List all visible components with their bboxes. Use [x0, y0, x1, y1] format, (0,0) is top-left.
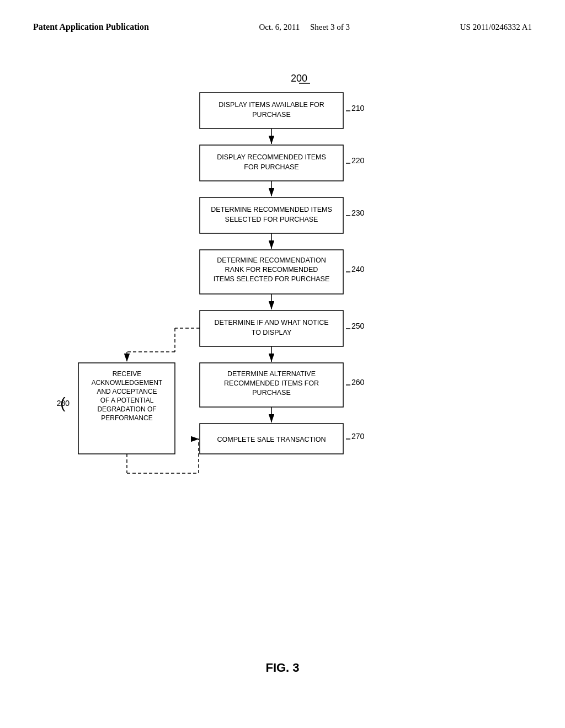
flowchart-diagram: 200 DISPLAY ITEMS AVAILABLE FOR PURCHASE… [33, 65, 532, 644]
svg-text:FOR PURCHASE: FOR PURCHASE [244, 163, 299, 171]
header-patent-number: US 2011/0246332 A1 [460, 23, 532, 32]
page-header: Patent Application Publication Oct. 6, 2… [33, 22, 532, 32]
svg-text:ITEMS SELECTED FOR PURCHASE: ITEMS SELECTED FOR PURCHASE [214, 275, 329, 283]
svg-text:DETERMINE RECOMMENDED ITEMS: DETERMINE RECOMMENDED ITEMS [211, 206, 332, 213]
svg-text:OF A POTENTIAL: OF A POTENTIAL [100, 397, 154, 404]
header-sheet: Sheet 3 of 3 [310, 23, 350, 31]
header-publication-type: Patent Application Publication [33, 22, 149, 32]
svg-text:PURCHASE: PURCHASE [252, 389, 290, 397]
svg-text:(: ( [60, 394, 66, 411]
ref-220: 220 [351, 156, 365, 165]
svg-text:DISPLAY ITEMS AVAILABLE FOR: DISPLAY ITEMS AVAILABLE FOR [218, 101, 324, 109]
ref-230: 230 [351, 208, 365, 217]
svg-text:COMPLETE SALE TRANSACTION: COMPLETE SALE TRANSACTION [217, 436, 326, 443]
svg-text:ACKNOWLEDGEMENT: ACKNOWLEDGEMENT [92, 379, 163, 387]
ref-210: 210 [351, 104, 365, 113]
header-date: Oct. 6, 2011 [259, 23, 300, 31]
svg-text:DETERMINE IF AND WHAT NOTICE: DETERMINE IF AND WHAT NOTICE [214, 319, 328, 326]
svg-text:TO DISPLAY: TO DISPLAY [252, 329, 292, 336]
svg-text:RECEIVE: RECEIVE [113, 370, 142, 378]
svg-text:PERFORMANCE: PERFORMANCE [101, 414, 152, 422]
ref-240: 240 [351, 265, 365, 274]
ref-260: 260 [351, 378, 365, 387]
ref-270: 270 [351, 432, 365, 441]
svg-text:RANK FOR RECOMMENDED: RANK FOR RECOMMENDED [225, 266, 318, 274]
svg-text:DISPLAY RECOMMENDED ITEMS: DISPLAY RECOMMENDED ITEMS [217, 153, 326, 161]
svg-text:PURCHASE: PURCHASE [252, 111, 290, 119]
svg-text:DEGRADATION OF: DEGRADATION OF [97, 405, 156, 413]
figure-number: 200 [291, 73, 307, 84]
page: Patent Application Publication Oct. 6, 2… [0, 0, 565, 728]
figure-label: FIG. 3 [33, 661, 532, 675]
header-date-sheet: Oct. 6, 2011 Sheet 3 of 3 [259, 23, 350, 32]
ref-250: 250 [351, 322, 365, 330]
svg-text:DETERMINE ALTERNATIVE: DETERMINE ALTERNATIVE [227, 370, 316, 378]
svg-text:AND ACCEPTANCE: AND ACCEPTANCE [97, 388, 157, 395]
svg-text:RECOMMENDED ITEMS FOR: RECOMMENDED ITEMS FOR [224, 379, 319, 387]
svg-text:DETERMINE RECOMMENDATION: DETERMINE RECOMMENDATION [217, 256, 326, 264]
svg-text:SELECTED FOR PURCHASE: SELECTED FOR PURCHASE [225, 216, 318, 223]
